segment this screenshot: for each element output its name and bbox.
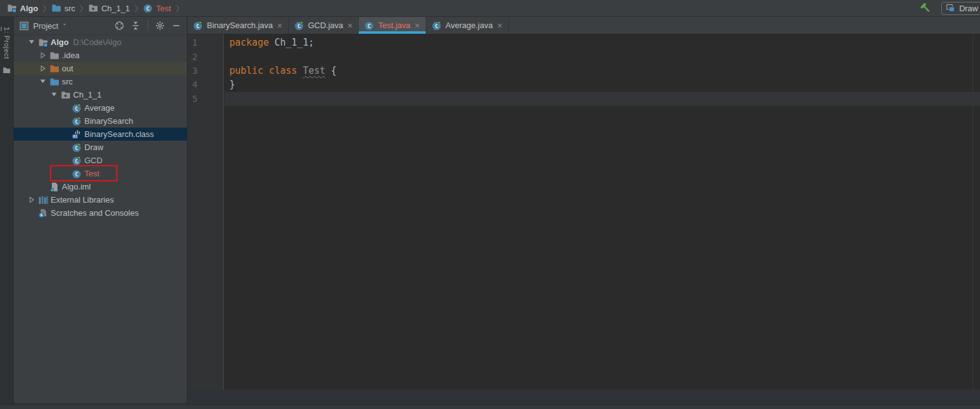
build-hammer-button[interactable] bbox=[919, 1, 932, 15]
breadcrumb-item-test[interactable]: CTest bbox=[141, 3, 173, 14]
breadcrumb-item-ch-1-1[interactable]: Ch_1_1 bbox=[86, 3, 132, 14]
code-text: public class Test { bbox=[224, 64, 980, 78]
line-number: 3 bbox=[188, 66, 224, 76]
breadcrumb-label: Test bbox=[156, 4, 171, 13]
navigation-bar: AlgosrcCh_1_1 CTest Draw bbox=[0, 0, 980, 17]
class-icon: C bbox=[72, 169, 82, 179]
tree-item-external-libraries[interactable]: External Libraries bbox=[14, 193, 187, 206]
ide-window: AlgosrcCh_1_1 CTest Draw 1: Project Proj… bbox=[0, 0, 980, 409]
editor-tab-average-java[interactable]: CAverage.java× bbox=[426, 17, 509, 34]
editor-tab-bar: CBinarySearch.java× CGCD.java× CTest.jav… bbox=[188, 17, 980, 34]
code-line-1: 1package Ch_1_1; bbox=[188, 36, 980, 49]
tree-item-src[interactable]: src bbox=[14, 75, 187, 88]
tree-item-label: GCD bbox=[84, 156, 102, 165]
settings-button[interactable] bbox=[153, 19, 167, 33]
hide-button[interactable] bbox=[169, 19, 183, 33]
locate-icon bbox=[114, 21, 124, 31]
close-tab-icon[interactable]: × bbox=[414, 21, 421, 30]
tree-closed-arrow-icon[interactable] bbox=[39, 64, 49, 73]
breadcrumb: AlgosrcCh_1_1 CTest bbox=[5, 3, 919, 14]
class-run-icon: C bbox=[72, 103, 82, 113]
svg-text:C: C bbox=[146, 5, 149, 12]
tree-item-scratches-and-consoles[interactable]: Scratches and Consoles bbox=[14, 206, 187, 220]
tree-closed-arrow-icon[interactable] bbox=[28, 196, 38, 204]
class-run-icon: C bbox=[432, 21, 442, 31]
main-area: 1: Project Project AlgoD:\Code\Algo.idea… bbox=[0, 17, 980, 405]
tree-item-draw[interactable]: CDraw bbox=[14, 141, 187, 154]
tree-item-label: Algo bbox=[51, 38, 69, 47]
tree-item-ch-1-1[interactable]: Ch_1_1 bbox=[14, 88, 187, 101]
project-view-selector[interactable]: Project bbox=[19, 21, 69, 31]
tree-item-label: out bbox=[62, 64, 73, 73]
breadcrumb-separator-icon bbox=[176, 4, 180, 13]
tree-item-binarysearch[interactable]: CBinarySearch bbox=[14, 114, 187, 128]
class-file-icon: 01 bbox=[72, 129, 82, 139]
tree-item-path: D:\Code\Algo bbox=[73, 38, 121, 47]
project-pane-icon bbox=[19, 21, 29, 31]
editor-tab-test-java[interactable]: CTest.java× bbox=[359, 17, 426, 34]
class-icon: C bbox=[364, 21, 374, 31]
project-stripe-button[interactable]: 1: Project bbox=[3, 24, 11, 61]
hide-icon bbox=[171, 21, 181, 31]
tree-open-arrow-icon[interactable] bbox=[28, 38, 38, 46]
chevron-down-icon bbox=[62, 23, 69, 29]
line-number: 1 bbox=[188, 38, 224, 48]
tree-closed-arrow-icon[interactable] bbox=[39, 51, 49, 59]
tree-item-out[interactable]: out bbox=[14, 62, 187, 75]
collapse-all-icon bbox=[131, 21, 141, 31]
svg-text:01: 01 bbox=[73, 134, 78, 138]
package-folder-icon bbox=[88, 3, 98, 13]
breadcrumb-separator-icon bbox=[134, 4, 139, 13]
svg-text:C: C bbox=[75, 170, 79, 177]
tree-item-idea[interactable]: .idea bbox=[14, 49, 187, 62]
navbar-actions: Draw bbox=[919, 1, 976, 15]
line-number: 5 bbox=[188, 94, 224, 104]
svg-text:C: C bbox=[368, 22, 371, 29]
close-tab-icon[interactable]: × bbox=[347, 21, 353, 30]
tree-item-average[interactable]: CAverage bbox=[14, 101, 187, 114]
close-tab-icon[interactable]: × bbox=[277, 21, 283, 30]
close-tab-icon[interactable]: × bbox=[496, 21, 502, 30]
breadcrumb-label: Algo bbox=[20, 4, 38, 13]
excluded-folder-icon bbox=[49, 64, 59, 74]
tool-window-stripe: 1: Project bbox=[0, 17, 14, 405]
class-run-icon: C bbox=[72, 156, 82, 166]
tab-label: Test.java bbox=[378, 21, 410, 30]
code-text: package Ch_1_1; bbox=[224, 36, 980, 49]
locate-button[interactable] bbox=[112, 19, 126, 33]
tab-label: GCD.java bbox=[308, 21, 343, 30]
tree-item-label: Scratches and Consoles bbox=[51, 208, 139, 218]
run-config-icon bbox=[946, 3, 956, 13]
tree-item-algo[interactable]: AlgoD:\Code\Algo bbox=[14, 36, 187, 49]
class-run-icon: C bbox=[72, 116, 82, 126]
tree-item-gcd[interactable]: CGCD bbox=[14, 154, 187, 167]
tree-open-arrow-icon[interactable] bbox=[50, 91, 61, 99]
breadcrumb-item-algo[interactable]: Algo bbox=[5, 3, 40, 14]
tree-item-label: Algo.iml bbox=[62, 182, 91, 191]
folder-icon bbox=[2, 66, 11, 74]
tree-item-test[interactable]: CTest bbox=[14, 167, 187, 180]
tree-item-label: src bbox=[62, 77, 72, 86]
editor-tab-gcd-java[interactable]: CGCD.java× bbox=[289, 17, 359, 34]
panel-toolbar bbox=[112, 19, 183, 33]
source-folder-icon bbox=[49, 77, 59, 87]
toolbar-separator bbox=[148, 21, 148, 31]
hammer-icon bbox=[920, 3, 931, 14]
collapse-all-button[interactable] bbox=[129, 19, 142, 33]
editor-tab-binarysearch-java[interactable]: CBinarySearch.java× bbox=[188, 17, 289, 34]
folder-icon bbox=[49, 51, 59, 61]
class-icon: C bbox=[143, 3, 153, 13]
tree-item-algo-iml[interactable]: Algo.iml bbox=[14, 180, 187, 193]
project-tree: AlgoD:\Code\Algo.ideaoutsrcCh_1_1 CAvera… bbox=[14, 35, 187, 220]
tree-item-label: Average bbox=[84, 103, 114, 113]
code-editor[interactable]: 1package Ch_1_1;23public class Test {4}5 bbox=[188, 34, 980, 390]
code-line-5: 5 bbox=[188, 92, 980, 106]
editor-bottom-strip bbox=[188, 390, 980, 405]
run-configuration-selector[interactable]: Draw bbox=[941, 2, 980, 15]
tree-open-arrow-icon[interactable] bbox=[39, 78, 49, 86]
breadcrumb-label: Ch_1_1 bbox=[101, 4, 130, 13]
class-run-icon: C bbox=[72, 143, 82, 153]
status-bar bbox=[0, 405, 980, 409]
tree-item-binarysearch-class[interactable]: 01BinarySearch.class bbox=[14, 128, 187, 141]
breadcrumb-item-src[interactable]: src bbox=[49, 3, 77, 14]
